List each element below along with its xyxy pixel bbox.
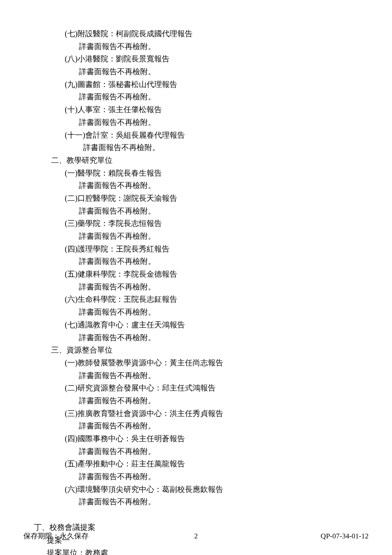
report-item-title: (二)研究資源整合發展中心：邱主任式鴻報告 — [65, 382, 369, 395]
report-item-detail: 詳書面報告不再檢附。 — [79, 306, 369, 319]
report-item-title: (六)環境醫學頂尖研究中心：葛副校長應欽報告 — [65, 483, 369, 496]
page-footer: 保存期限：永久保存 2 QP-07-34-01-12 — [23, 530, 369, 542]
report-item-title: (十)人事室：張主任肇松報告 — [65, 104, 369, 116]
section-3-heading: 三、資源整合單位 — [51, 344, 369, 357]
report-item-title: (六)生命科學院：王院長志鉦報告 — [65, 293, 369, 306]
footer-right: QP-07-34-01-12 — [321, 530, 369, 542]
report-item-title: (一)醫學院：賴院長春生報告 — [65, 167, 369, 180]
page-number: 2 — [194, 530, 198, 542]
report-item-title: (一)教師發展暨教學資源中心：黃主任尚志報告 — [65, 357, 369, 370]
report-item-title: (五)健康科學院：李院長金德報告 — [65, 268, 369, 281]
document-body: (七)附設醫院：柯副院長成國代理報告詳書面報告不再檢附。(八)小港醫院：劉院長景… — [34, 28, 369, 555]
report-item-detail: 詳書面報告不再檢附。 — [79, 281, 369, 294]
report-item-detail: 詳書面報告不再檢附。 — [83, 142, 369, 154]
report-item-detail: 詳書面報告不再檢附。 — [79, 205, 369, 218]
report-item-title: (十一)會計室：吳組長麗春代理報告 — [65, 129, 369, 142]
report-item-detail: 詳書面報告不再檢附。 — [79, 255, 369, 268]
report-item-detail: 詳書面報告不再檢附。 — [79, 230, 369, 243]
section-2-heading: 二、教學研究單位 — [51, 154, 369, 167]
proposal-unit: 提案單位：教務處 — [47, 547, 369, 555]
report-item-title: (三)藥學院：李院長志恒報告 — [65, 217, 369, 230]
report-item-detail: 詳書面報告不再檢附。 — [79, 445, 369, 458]
report-item-title: (二)口腔醫學院：謝院長天渝報告 — [65, 192, 369, 205]
report-item-detail: 詳書面報告不再檢附。 — [79, 496, 369, 509]
report-item-detail: 詳書面報告不再檢附。 — [79, 179, 369, 192]
report-item-detail: 詳書面報告不再檢附。 — [79, 395, 369, 408]
report-item-title: (四)國際事務中心：吳主任明蒼報告 — [65, 433, 369, 445]
report-item-title: (三)推廣教育暨社會資源中心：洪主任秀貞報告 — [65, 408, 369, 420]
report-item-detail: 詳書面報告不再檢附。 — [79, 66, 369, 78]
report-item-title: (五)產學推動中心：莊主任萬龍報告 — [65, 458, 369, 471]
report-item-title: (四)護理學院：王院長秀紅報告 — [65, 243, 369, 256]
report-item-title: (九)圖書館：張秘書松山代理報告 — [65, 78, 369, 91]
report-item-detail: 詳書面報告不再檢附。 — [79, 40, 369, 53]
report-item-title: (七)通識教育中心：盧主任天鴻報告 — [65, 319, 369, 332]
report-item-detail: 詳書面報告不再檢附。 — [79, 116, 369, 129]
report-item-detail: 詳書面報告不再檢附。 — [79, 332, 369, 344]
report-item-detail: 詳書面報告不再檢附。 — [79, 91, 369, 104]
report-item-detail: 詳書面報告不再檢附。 — [79, 471, 369, 483]
report-item-title: (八)小港醫院：劉院長景寬報告 — [65, 53, 369, 66]
footer-left: 保存期限：永久保存 — [23, 530, 89, 542]
report-item-detail: 詳書面報告不再檢附。 — [79, 420, 369, 433]
report-item-detail: 詳書面報告不再檢附。 — [79, 370, 369, 382]
report-item-title: (七)附設醫院：柯副院長成國代理報告 — [65, 28, 369, 40]
